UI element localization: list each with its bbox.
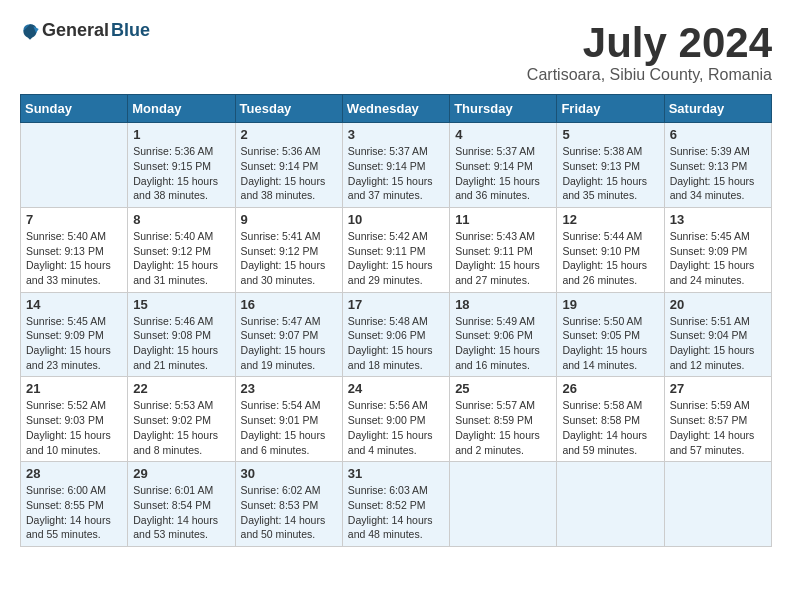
calendar-day-cell: 26 Sunrise: 5:58 AM Sunset: 8:58 PM Dayl… <box>557 377 664 462</box>
month-title: July 2024 <box>527 20 772 66</box>
day-info: Sunrise: 5:37 AM Sunset: 9:14 PM Dayligh… <box>348 144 444 203</box>
sunrise-text: Sunrise: 5:38 AM <box>562 145 642 157</box>
daylight-text: Daylight: 15 hours and 34 minutes. <box>670 175 755 202</box>
calendar-day-cell: 6 Sunrise: 5:39 AM Sunset: 9:13 PM Dayli… <box>664 123 771 208</box>
sunrise-text: Sunrise: 5:58 AM <box>562 399 642 411</box>
day-info: Sunrise: 5:54 AM Sunset: 9:01 PM Dayligh… <box>241 398 337 457</box>
day-number: 11 <box>455 212 551 227</box>
calendar-day-cell: 27 Sunrise: 5:59 AM Sunset: 8:57 PM Dayl… <box>664 377 771 462</box>
sunrise-text: Sunrise: 6:02 AM <box>241 484 321 496</box>
day-number: 4 <box>455 127 551 142</box>
sunrise-text: Sunrise: 5:53 AM <box>133 399 213 411</box>
calendar-day-cell: 21 Sunrise: 5:52 AM Sunset: 9:03 PM Dayl… <box>21 377 128 462</box>
daylight-text: Daylight: 14 hours and 50 minutes. <box>241 514 326 541</box>
sunset-text: Sunset: 9:06 PM <box>348 329 426 341</box>
calendar-day-cell: 9 Sunrise: 5:41 AM Sunset: 9:12 PM Dayli… <box>235 207 342 292</box>
daylight-text: Daylight: 15 hours and 19 minutes. <box>241 344 326 371</box>
daylight-text: Daylight: 15 hours and 18 minutes. <box>348 344 433 371</box>
sunset-text: Sunset: 8:52 PM <box>348 499 426 511</box>
sunrise-text: Sunrise: 5:48 AM <box>348 315 428 327</box>
header-thursday: Thursday <box>450 95 557 123</box>
sunset-text: Sunset: 9:06 PM <box>455 329 533 341</box>
calendar-day-cell: 10 Sunrise: 5:42 AM Sunset: 9:11 PM Dayl… <box>342 207 449 292</box>
day-info: Sunrise: 5:44 AM Sunset: 9:10 PM Dayligh… <box>562 229 658 288</box>
calendar-day-cell: 24 Sunrise: 5:56 AM Sunset: 9:00 PM Dayl… <box>342 377 449 462</box>
daylight-text: Daylight: 14 hours and 55 minutes. <box>26 514 111 541</box>
day-number: 1 <box>133 127 229 142</box>
daylight-text: Daylight: 14 hours and 57 minutes. <box>670 429 755 456</box>
day-number: 10 <box>348 212 444 227</box>
sunrise-text: Sunrise: 6:03 AM <box>348 484 428 496</box>
day-info: Sunrise: 6:03 AM Sunset: 8:52 PM Dayligh… <box>348 483 444 542</box>
daylight-text: Daylight: 15 hours and 33 minutes. <box>26 259 111 286</box>
day-number: 2 <box>241 127 337 142</box>
day-info: Sunrise: 5:40 AM Sunset: 9:12 PM Dayligh… <box>133 229 229 288</box>
sunrise-text: Sunrise: 5:47 AM <box>241 315 321 327</box>
day-number: 14 <box>26 297 122 312</box>
daylight-text: Daylight: 15 hours and 4 minutes. <box>348 429 433 456</box>
calendar-week-row: 7 Sunrise: 5:40 AM Sunset: 9:13 PM Dayli… <box>21 207 772 292</box>
day-info: Sunrise: 5:38 AM Sunset: 9:13 PM Dayligh… <box>562 144 658 203</box>
header-sunday: Sunday <box>21 95 128 123</box>
daylight-text: Daylight: 14 hours and 53 minutes. <box>133 514 218 541</box>
sunrise-text: Sunrise: 5:44 AM <box>562 230 642 242</box>
day-number: 29 <box>133 466 229 481</box>
day-number: 5 <box>562 127 658 142</box>
sunrise-text: Sunrise: 5:50 AM <box>562 315 642 327</box>
sunrise-text: Sunrise: 5:54 AM <box>241 399 321 411</box>
logo-blue-text: Blue <box>111 20 150 41</box>
header-row: Sunday Monday Tuesday Wednesday Thursday… <box>21 95 772 123</box>
logo: General Blue <box>20 20 150 41</box>
sunset-text: Sunset: 9:13 PM <box>26 245 104 257</box>
day-number: 23 <box>241 381 337 396</box>
daylight-text: Daylight: 15 hours and 23 minutes. <box>26 344 111 371</box>
sunset-text: Sunset: 9:14 PM <box>455 160 533 172</box>
daylight-text: Daylight: 15 hours and 27 minutes. <box>455 259 540 286</box>
daylight-text: Daylight: 15 hours and 35 minutes. <box>562 175 647 202</box>
sunrise-text: Sunrise: 5:43 AM <box>455 230 535 242</box>
sunset-text: Sunset: 8:55 PM <box>26 499 104 511</box>
sunrise-text: Sunrise: 5:59 AM <box>670 399 750 411</box>
logo-general-text: General <box>42 20 109 41</box>
sunset-text: Sunset: 9:00 PM <box>348 414 426 426</box>
sunrise-text: Sunrise: 5:37 AM <box>348 145 428 157</box>
day-number: 9 <box>241 212 337 227</box>
calendar-day-cell: 14 Sunrise: 5:45 AM Sunset: 9:09 PM Dayl… <box>21 292 128 377</box>
calendar-day-cell: 18 Sunrise: 5:49 AM Sunset: 9:06 PM Dayl… <box>450 292 557 377</box>
calendar-day-cell: 8 Sunrise: 5:40 AM Sunset: 9:12 PM Dayli… <box>128 207 235 292</box>
daylight-text: Daylight: 15 hours and 38 minutes. <box>241 175 326 202</box>
calendar-day-cell: 3 Sunrise: 5:37 AM Sunset: 9:14 PM Dayli… <box>342 123 449 208</box>
day-info: Sunrise: 5:45 AM Sunset: 9:09 PM Dayligh… <box>670 229 766 288</box>
day-info: Sunrise: 6:01 AM Sunset: 8:54 PM Dayligh… <box>133 483 229 542</box>
sunset-text: Sunset: 9:15 PM <box>133 160 211 172</box>
sunrise-text: Sunrise: 5:39 AM <box>670 145 750 157</box>
sunset-text: Sunset: 9:03 PM <box>26 414 104 426</box>
day-info: Sunrise: 5:37 AM Sunset: 9:14 PM Dayligh… <box>455 144 551 203</box>
logo-icon <box>20 21 40 41</box>
sunset-text: Sunset: 9:09 PM <box>26 329 104 341</box>
day-number: 8 <box>133 212 229 227</box>
calendar-day-cell: 19 Sunrise: 5:50 AM Sunset: 9:05 PM Dayl… <box>557 292 664 377</box>
daylight-text: Daylight: 15 hours and 26 minutes. <box>562 259 647 286</box>
daylight-text: Daylight: 15 hours and 24 minutes. <box>670 259 755 286</box>
header-saturday: Saturday <box>664 95 771 123</box>
sunrise-text: Sunrise: 5:51 AM <box>670 315 750 327</box>
day-number: 20 <box>670 297 766 312</box>
day-info: Sunrise: 5:52 AM Sunset: 9:03 PM Dayligh… <box>26 398 122 457</box>
calendar-day-cell: 29 Sunrise: 6:01 AM Sunset: 8:54 PM Dayl… <box>128 462 235 547</box>
day-number: 21 <box>26 381 122 396</box>
daylight-text: Daylight: 14 hours and 59 minutes. <box>562 429 647 456</box>
sunset-text: Sunset: 8:57 PM <box>670 414 748 426</box>
sunset-text: Sunset: 9:14 PM <box>241 160 319 172</box>
daylight-text: Daylight: 15 hours and 16 minutes. <box>455 344 540 371</box>
day-info: Sunrise: 5:36 AM Sunset: 9:15 PM Dayligh… <box>133 144 229 203</box>
sunset-text: Sunset: 9:07 PM <box>241 329 319 341</box>
daylight-text: Daylight: 15 hours and 14 minutes. <box>562 344 647 371</box>
calendar-day-cell: 1 Sunrise: 5:36 AM Sunset: 9:15 PM Dayli… <box>128 123 235 208</box>
day-number: 16 <box>241 297 337 312</box>
calendar-header: Sunday Monday Tuesday Wednesday Thursday… <box>21 95 772 123</box>
calendar-day-cell: 12 Sunrise: 5:44 AM Sunset: 9:10 PM Dayl… <box>557 207 664 292</box>
day-info: Sunrise: 5:48 AM Sunset: 9:06 PM Dayligh… <box>348 314 444 373</box>
calendar-day-cell: 25 Sunrise: 5:57 AM Sunset: 8:59 PM Dayl… <box>450 377 557 462</box>
sunrise-text: Sunrise: 6:00 AM <box>26 484 106 496</box>
